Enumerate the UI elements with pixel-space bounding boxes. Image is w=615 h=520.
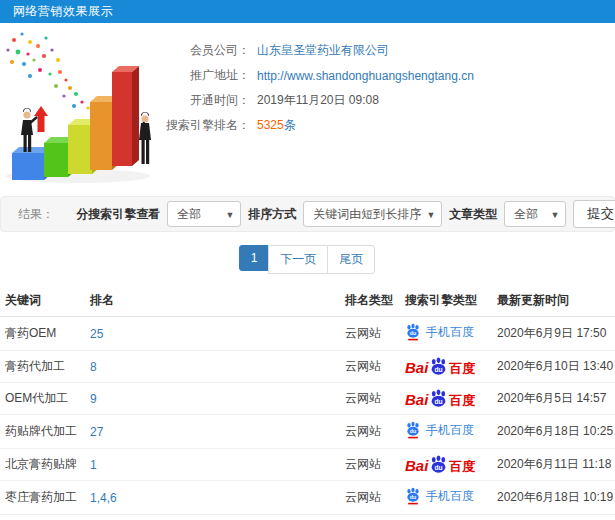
- page-next[interactable]: 下一页: [268, 245, 328, 274]
- baidu-suffix: 百度: [449, 459, 475, 474]
- businessman-left: [21, 108, 37, 152]
- bar-red: [112, 66, 139, 166]
- baidu-mobile-label: 手机百度: [426, 324, 474, 341]
- svg-text:du: du: [410, 428, 416, 434]
- cell-rank-type: 云网站: [340, 317, 400, 351]
- info-row-url: 推广地址： http://www.shandonghuangshengtang.…: [164, 63, 615, 88]
- cell-rank-type: 云网站: [340, 351, 400, 383]
- filter-controls: 分搜索引擎查看 全部 ▼ 排序方式 关键词由短到长排序 ▼ 文章类型 全部 ▼ …: [76, 200, 614, 228]
- engine-baidu: Bai du 百度: [405, 389, 475, 408]
- table-row: 膏药代加工 8 云网站 du 手机百度 Bai: [0, 351, 615, 383]
- baidu-suffix: 百度: [449, 393, 475, 408]
- cell-updated: 2020年5月29日 10:32: [492, 515, 615, 520]
- page-last[interactable]: 尾页: [327, 245, 375, 274]
- page-title-bar: 网络营销效果展示: [0, 0, 615, 23]
- cell-rank-type: 云网站: [340, 415, 400, 449]
- company-info-list: 会员公司： 山东皇圣堂药业有限公司 推广地址： http://www.shand…: [164, 30, 615, 190]
- cell-updated: 2020年6月18日 10:19: [492, 481, 615, 515]
- cell-rank-type: 云网站: [340, 383, 400, 415]
- baidu-bai: Bai: [405, 360, 428, 376]
- rank-count-suffix: 条: [284, 118, 296, 132]
- table-row: OEM代加工 9 云网站 du 手机百度 Bai: [0, 383, 615, 415]
- header-updated: 最新更新时间: [492, 285, 615, 317]
- company-info-section: 会员公司： 山东皇圣堂药业有限公司 推广地址： http://www.shand…: [0, 30, 615, 190]
- cell-rank-type: 云网站: [340, 515, 400, 520]
- rank-link[interactable]: 9: [90, 392, 97, 406]
- company-link[interactable]: 山东皇圣堂药业有限公司: [257, 42, 389, 59]
- svg-text:du: du: [435, 398, 443, 405]
- sort-filter-label: 排序方式: [248, 206, 296, 223]
- article-type-select[interactable]: 全部 ▼: [504, 201, 566, 227]
- cell-rank-type: 云网站: [340, 449, 400, 481]
- rank-link[interactable]: 1,4,6: [90, 491, 117, 505]
- businessman-right: [139, 112, 151, 164]
- bar-chart-illustration: [0, 30, 164, 190]
- engine-mobile-baidu: du 手机百度: [405, 421, 474, 439]
- header-rank-type: 排名类型: [340, 285, 400, 317]
- cell-updated: 2020年6月18日 10:25: [492, 415, 615, 449]
- company-label: 会员公司：: [164, 42, 250, 59]
- table-row: 膏药OEM 25 云网站 du 手机百度 Bai: [0, 317, 615, 351]
- open-time-value: 2019年11月20日 09:08: [257, 92, 379, 109]
- header-keyword: 关键词: [0, 285, 85, 317]
- article-type-label: 文章类型: [449, 206, 497, 223]
- cell-keyword: OEM代加工: [0, 383, 85, 415]
- cell-updated: 2020年6月11日 11:18: [492, 449, 615, 481]
- caret-down-icon: ▼: [225, 202, 234, 228]
- rank-link[interactable]: 8: [90, 360, 97, 374]
- caret-down-icon: ▼: [426, 202, 435, 228]
- baidu-mobile-label: 手机百度: [426, 488, 474, 505]
- sort-filter-value: 关键词由短到长排序: [313, 207, 421, 221]
- engine-baidu: Bai du 百度: [405, 357, 475, 376]
- rank-count-label: 搜索引擎排名：: [164, 117, 250, 134]
- baidu-paw-icon: du: [429, 357, 448, 376]
- rank-link[interactable]: 27: [90, 425, 103, 439]
- cell-keyword: 枣庄膏药加工: [0, 481, 85, 515]
- info-row-rank-count: 搜索引擎排名： 5325条: [164, 113, 615, 138]
- cell-updated: 2020年6月9日 17:50: [492, 317, 615, 351]
- table-row: 医疗器械厂家 4 云网站 du 手机百度 Bai: [0, 515, 615, 520]
- submit-button[interactable]: 提交: [573, 200, 615, 228]
- rank-count-value: 5325条: [257, 117, 296, 134]
- svg-text:du: du: [410, 330, 416, 336]
- info-row-open-time: 开通时间： 2019年11月20日 09:08: [164, 88, 615, 113]
- rank-link[interactable]: 1: [90, 458, 97, 472]
- result-label: 结果：: [18, 206, 54, 223]
- engine-mobile-baidu: du 手机百度: [405, 487, 474, 505]
- promo-url-link[interactable]: http://www.shandonghuangshengtang.cn: [257, 69, 474, 83]
- svg-text:du: du: [410, 494, 416, 500]
- engine-filter-label: 分搜索引擎查看: [76, 206, 160, 223]
- article-type-value: 全部: [514, 207, 538, 221]
- header-engine-type: 搜索引擎类型: [400, 285, 492, 317]
- results-table-body: 膏药OEM 25 云网站 du 手机百度 Bai: [0, 317, 615, 520]
- results-table: 关键词 排名 排名类型 搜索引擎类型 最新更新时间 膏药OEM 25 云网站 d…: [0, 285, 615, 520]
- cell-keyword: 膏药OEM: [0, 317, 85, 351]
- cell-keyword: 北京膏药贴牌: [0, 449, 85, 481]
- rank-link[interactable]: 25: [90, 327, 103, 341]
- svg-text:du: du: [435, 464, 443, 471]
- svg-text:du: du: [435, 366, 443, 373]
- baidu-paw-icon: du: [429, 389, 448, 408]
- cell-keyword: 膏药代加工: [0, 351, 85, 383]
- baidu-paw-icon: du: [405, 487, 421, 505]
- info-row-company: 会员公司： 山东皇圣堂药业有限公司: [164, 38, 615, 63]
- baidu-bai: Bai: [405, 392, 428, 408]
- engine-filter-value: 全部: [177, 207, 201, 221]
- sort-filter-select[interactable]: 关键词由短到长排序 ▼: [303, 201, 442, 227]
- baidu-suffix: 百度: [449, 361, 475, 376]
- table-row: 北京膏药贴牌 1 云网站 du 手机百度 Bai: [0, 449, 615, 481]
- cell-rank-type: 云网站: [340, 481, 400, 515]
- rank-count-number: 5325: [257, 118, 284, 132]
- baidu-mobile-label: 手机百度: [426, 422, 474, 439]
- confetti: [6, 32, 102, 119]
- baidu-paw-icon: du: [405, 421, 421, 439]
- table-row: 枣庄膏药加工 1,4,6 云网站 du 手机百度 Bai: [0, 481, 615, 515]
- promo-url-label: 推广地址：: [164, 67, 250, 84]
- open-time-label: 开通时间：: [164, 92, 250, 109]
- baidu-paw-icon: du: [429, 455, 448, 474]
- page-title: 网络营销效果展示: [13, 4, 113, 18]
- pagination: 1下一页尾页: [0, 245, 615, 272]
- page-current[interactable]: 1: [239, 245, 270, 271]
- engine-filter-select[interactable]: 全部 ▼: [167, 201, 241, 227]
- table-row: 药贴牌代加工 27 云网站 du 手机百度 Bai: [0, 415, 615, 449]
